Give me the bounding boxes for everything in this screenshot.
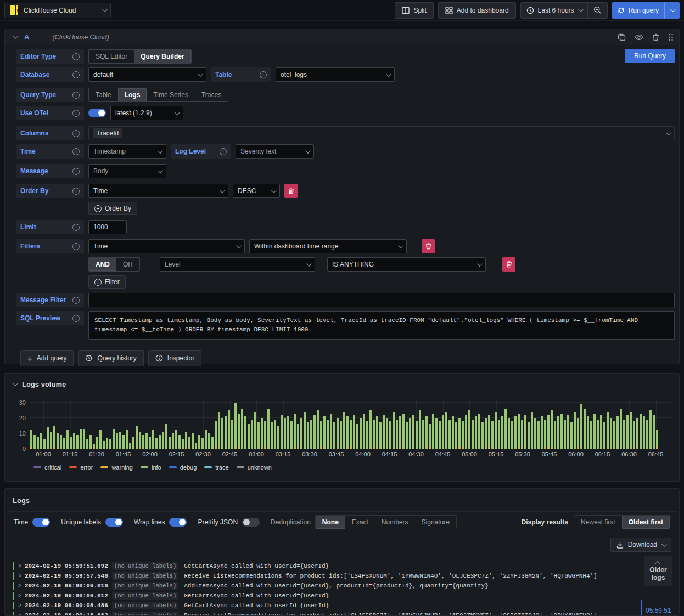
- option-table[interactable]: Table: [89, 88, 118, 101]
- volume-bar[interactable]: [504, 409, 507, 449]
- volume-bar[interactable]: [528, 422, 530, 449]
- volume-bar[interactable]: [241, 409, 243, 449]
- volume-bar[interactable]: [373, 420, 375, 449]
- prettify-json-toggle[interactable]: [242, 518, 260, 527]
- volume-bar[interactable]: [514, 416, 517, 449]
- volume-bar[interactable]: [284, 418, 286, 449]
- volume-bar[interactable]: [109, 439, 111, 449]
- volume-bar[interactable]: [498, 420, 500, 449]
- volume-bar[interactable]: [379, 422, 382, 449]
- logs-volume-chart[interactable]: 0102030 01:0001:1501:3001:4502:0002:1502…: [8, 400, 674, 467]
- log-level-select[interactable]: SeverityText: [236, 144, 314, 159]
- info-icon[interactable]: i: [72, 224, 80, 231]
- volume-bar[interactable]: [524, 415, 526, 449]
- log-row[interactable]: >2024-02-19 06:00:08.486(no unique label…: [13, 601, 638, 611]
- volume-bar[interactable]: [534, 418, 536, 449]
- volume-bar[interactable]: [139, 432, 141, 449]
- option-numbers[interactable]: Numbers: [375, 516, 415, 529]
- volume-bar[interactable]: [488, 415, 490, 449]
- volume-bar[interactable]: [290, 421, 293, 449]
- volume-bar[interactable]: [182, 439, 184, 449]
- volume-bar[interactable]: [254, 412, 256, 449]
- volume-bar[interactable]: [66, 430, 69, 449]
- volume-bar[interactable]: [633, 421, 635, 449]
- table-select[interactable]: otel_logs: [276, 67, 395, 82]
- volume-bar[interactable]: [297, 424, 299, 449]
- volume-bar[interactable]: [244, 416, 246, 449]
- volume-bar[interactable]: [452, 416, 454, 449]
- volume-bar[interactable]: [607, 412, 609, 449]
- volume-bar[interactable]: [132, 437, 134, 449]
- use-otel-toggle[interactable]: [88, 109, 106, 117]
- volume-bar[interactable]: [422, 420, 424, 449]
- volume-bar[interactable]: [99, 430, 102, 449]
- volume-bar[interactable]: [267, 409, 270, 449]
- log-row[interactable]: >2024-02-19 05:59:51.692(no unique label…: [13, 561, 638, 571]
- volume-bar[interactable]: [80, 429, 82, 449]
- info-icon[interactable]: i: [72, 315, 80, 322]
- duplicate-query-icon[interactable]: [618, 33, 626, 41]
- volume-bar[interactable]: [228, 410, 230, 449]
- info-icon[interactable]: i: [72, 148, 80, 155]
- log-row[interactable]: >2024-02-19 06:00:06.012(no unique label…: [13, 591, 638, 601]
- query-row-header[interactable]: A (ClickHouse Cloud): [5, 29, 679, 45]
- volume-bar[interactable]: [445, 412, 447, 449]
- volume-bar[interactable]: [281, 415, 283, 449]
- volume-bar[interactable]: [353, 415, 355, 449]
- volume-bar[interactable]: [159, 435, 161, 449]
- volume-bar[interactable]: [406, 422, 408, 449]
- expand-row-icon[interactable]: >: [18, 583, 25, 589]
- volume-bar[interactable]: [86, 439, 88, 449]
- add-order-by-button[interactable]: +Order By: [88, 202, 137, 215]
- volume-bar[interactable]: [271, 422, 273, 449]
- volume-bar[interactable]: [547, 415, 550, 449]
- volume-bar[interactable]: [277, 426, 279, 449]
- volume-bar[interactable]: [458, 418, 461, 449]
- volume-bar[interactable]: [485, 418, 487, 449]
- unique-labels-toggle[interactable]: [105, 518, 123, 527]
- volume-bar[interactable]: [580, 404, 582, 449]
- legend-item-debug[interactable]: debug: [169, 464, 197, 471]
- add-filter-button[interactable]: +Filter: [88, 275, 126, 289]
- volume-bar[interactable]: [570, 422, 573, 449]
- option-oldest-first[interactable]: Oldest first: [622, 516, 670, 529]
- volume-bar[interactable]: [40, 433, 42, 449]
- volume-bar[interactable]: [149, 437, 151, 449]
- volume-bar[interactable]: [136, 426, 138, 449]
- volume-bar[interactable]: [178, 435, 181, 449]
- volume-bar[interactable]: [323, 416, 326, 449]
- hide-response-eye-icon[interactable]: [635, 34, 643, 41]
- volume-bar[interactable]: [106, 438, 108, 449]
- volume-bar[interactable]: [155, 438, 158, 449]
- volume-bar[interactable]: [119, 432, 121, 449]
- expand-row-icon[interactable]: >: [18, 613, 25, 616]
- add-query-button[interactable]: + Add query: [20, 350, 74, 366]
- volume-bar[interactable]: [462, 421, 464, 449]
- volume-bar[interactable]: [600, 415, 602, 449]
- time-toggle[interactable]: [32, 518, 50, 527]
- volume-bar[interactable]: [448, 420, 451, 449]
- volume-bar[interactable]: [142, 435, 144, 449]
- volume-bar[interactable]: [327, 420, 329, 449]
- volume-bar[interactable]: [346, 416, 349, 449]
- older-logs-button[interactable]: Olderlogs: [644, 556, 672, 586]
- info-icon[interactable]: i: [72, 53, 80, 60]
- volume-bar[interactable]: [412, 415, 414, 449]
- volume-bar[interactable]: [584, 409, 586, 449]
- volume-bar[interactable]: [399, 416, 401, 449]
- zoom-out-time-button[interactable]: [588, 3, 607, 18]
- volume-bar[interactable]: [610, 418, 612, 449]
- volume-bar[interactable]: [53, 426, 55, 449]
- drag-handle-icon[interactable]: [668, 33, 674, 41]
- volume-bar[interactable]: [383, 415, 385, 449]
- info-icon[interactable]: i: [220, 148, 227, 155]
- volume-bar[interactable]: [455, 422, 457, 449]
- otel-version-select[interactable]: latest (1.2.9): [110, 106, 183, 120]
- volume-bar[interactable]: [593, 414, 596, 449]
- volume-bar[interactable]: [201, 438, 204, 449]
- volume-bar[interactable]: [554, 421, 556, 449]
- volume-bar[interactable]: [93, 444, 95, 449]
- message-column-select[interactable]: Body: [88, 164, 166, 178]
- volume-bar[interactable]: [76, 435, 79, 449]
- volume-bar[interactable]: [225, 416, 227, 449]
